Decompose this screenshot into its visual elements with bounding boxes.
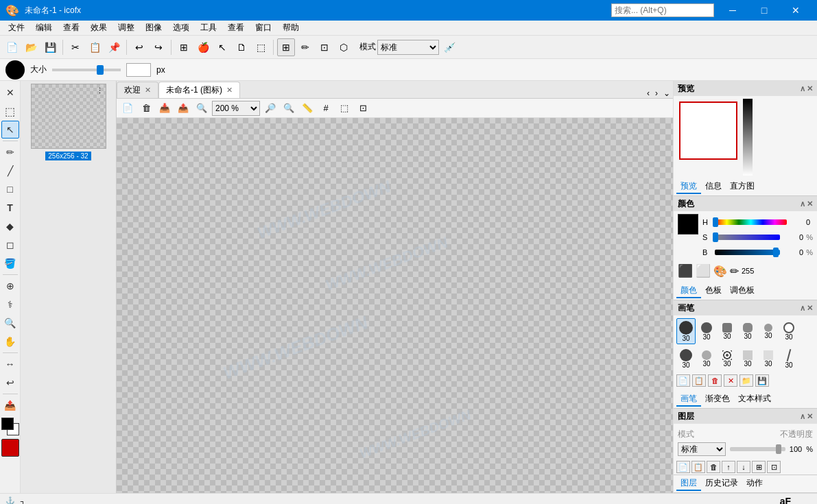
brush-clear-btn[interactable]: ✕: [724, 374, 737, 387]
color-tab-color[interactable]: 颜色: [676, 284, 701, 298]
shape-tool[interactable]: ◆: [1, 217, 19, 235]
brush-item-3[interactable]: 30: [738, 318, 757, 344]
paste-button[interactable]: 📌: [105, 38, 123, 56]
flip-tool[interactable]: ↔: [1, 355, 19, 373]
layer-down-btn[interactable]: ↓: [737, 461, 750, 473]
shapes-button[interactable]: ⬡: [335, 38, 353, 56]
preview-tab-info[interactable]: 信息: [701, 180, 726, 194]
brush-item-5[interactable]: 30: [779, 318, 798, 344]
b-slider[interactable]: [715, 250, 780, 255]
eyedropper-button[interactable]: 💉: [440, 38, 458, 56]
mode2-button[interactable]: ✏: [296, 38, 314, 56]
export-btn[interactable]: 📤: [175, 101, 191, 116]
s-slider[interactable]: [715, 235, 780, 240]
color-picker2-icon[interactable]: ⬜: [696, 263, 711, 278]
preview-close[interactable]: ✕: [807, 84, 813, 93]
menu-view2[interactable]: 查看: [222, 21, 250, 35]
preview-chevron[interactable]: ∧: [800, 84, 805, 93]
grid-btn2[interactable]: #: [318, 101, 334, 116]
color-close[interactable]: ✕: [807, 200, 813, 208]
new-layer-btn[interactable]: 📄: [119, 101, 136, 116]
text-tool[interactable]: T: [1, 199, 19, 217]
layer-tab-layers[interactable]: 图层: [676, 477, 701, 491]
select-button[interactable]: ⬚: [252, 38, 270, 56]
redo-button[interactable]: ↪: [150, 38, 167, 56]
tab-icon[interactable]: 未命名-1 (图标) ✕: [158, 82, 240, 98]
brush-chevron[interactable]: ∧: [800, 304, 805, 313]
brush-item-2[interactable]: 30: [718, 318, 737, 344]
undo-button[interactable]: ↩: [130, 38, 148, 56]
brush-item-7[interactable]: 30: [697, 346, 716, 372]
import-btn[interactable]: 📥: [156, 101, 173, 116]
menu-help[interactable]: 帮助: [277, 21, 305, 35]
color-chevron[interactable]: ∧: [800, 200, 805, 208]
brush-close[interactable]: ✕: [807, 304, 813, 313]
new-button[interactable]: 📄: [3, 38, 21, 56]
brush-tab-text[interactable]: 文本样式: [734, 392, 775, 407]
copy-button[interactable]: 📋: [86, 38, 104, 56]
layer-up-btn[interactable]: ↑: [722, 461, 735, 473]
tab-icon-close[interactable]: ✕: [226, 86, 233, 95]
brush-tab-brush[interactable]: 画笔: [676, 392, 701, 407]
zoom-tool[interactable]: 🔍: [1, 314, 19, 332]
search-input[interactable]: [611, 3, 714, 17]
color-picker-icon[interactable]: ⬛: [678, 263, 693, 278]
canvas-content[interactable]: WWW.WEBDOWN WWW.WEBDOWN WWW.WEBDOWN WWW.…: [117, 118, 673, 493]
close-panel-btn[interactable]: ✕: [1, 84, 19, 101]
tab-prev-btn[interactable]: ‹: [644, 88, 652, 98]
layer-close[interactable]: ✕: [807, 412, 813, 421]
preview-tab-histogram[interactable]: 直方图: [726, 180, 759, 194]
zoom-in-btn[interactable]: 🔎: [262, 101, 279, 116]
icon-thumb-menu[interactable]: ⋮: [96, 86, 104, 95]
maximize-button[interactable]: □: [748, 0, 780, 21]
color-picker4-icon[interactable]: ✏: [730, 265, 739, 278]
save-button[interactable]: 💾: [41, 38, 59, 56]
apple-button[interactable]: 🍎: [194, 38, 212, 56]
layer-tab-actions[interactable]: 动作: [742, 477, 767, 491]
background-color[interactable]: [1, 439, 19, 457]
cursor-button[interactable]: ↖: [213, 38, 231, 56]
mode-select[interactable]: 标准: [377, 40, 439, 55]
brush-folder-btn[interactable]: 📁: [739, 374, 753, 387]
open-button[interactable]: 📂: [22, 38, 40, 56]
opacity-slider[interactable]: [730, 447, 785, 451]
select-rect-tool[interactable]: ⬚: [1, 102, 19, 120]
color-tab-mixer[interactable]: 调色板: [726, 284, 759, 298]
zoom-out-btn[interactable]: 🔍: [193, 101, 210, 116]
h-slider[interactable]: [715, 219, 787, 225]
opacity-thumb[interactable]: [776, 444, 781, 454]
icon-thumbnail[interactable]: ⋮: [31, 84, 106, 149]
brush-item-6[interactable]: 30: [676, 346, 696, 372]
tab-welcome[interactable]: 欢迎 ✕: [117, 82, 158, 98]
brush-copy-btn[interactable]: 📋: [692, 374, 706, 387]
mode3-button[interactable]: ⊡: [316, 38, 333, 56]
cut-button[interactable]: ✂: [67, 38, 84, 56]
border-btn[interactable]: ⊡: [355, 101, 371, 116]
tab-welcome-close[interactable]: ✕: [145, 86, 151, 95]
foreground-color[interactable]: [1, 418, 14, 430]
tab-next-btn[interactable]: ›: [652, 88, 661, 98]
menu-effects[interactable]: 效果: [85, 21, 113, 35]
eyedropper-tool[interactable]: ⊕: [1, 277, 19, 295]
layer-copy-btn[interactable]: 📋: [691, 461, 705, 473]
brush-item-11[interactable]: 30: [779, 346, 798, 372]
brush-item-1[interactable]: 30: [697, 318, 716, 344]
brush-item-10[interactable]: 30: [759, 346, 778, 372]
undo-tool[interactable]: ↩: [1, 374, 19, 392]
size-slider[interactable]: [52, 69, 121, 71]
rulers-btn[interactable]: 📏: [299, 101, 316, 116]
pencil-tool[interactable]: ✏: [1, 143, 19, 161]
zoom-select[interactable]: 200 % 100 % 150 %: [212, 101, 260, 116]
grid-button[interactable]: ⊞: [175, 38, 193, 56]
stamp-tool[interactable]: ⚕: [1, 296, 19, 313]
menu-window[interactable]: 窗口: [250, 21, 277, 35]
menu-view1[interactable]: 查看: [58, 21, 85, 35]
preview-tab-preview[interactable]: 预览: [676, 180, 701, 194]
tab-menu-btn[interactable]: ⌄: [661, 88, 673, 98]
brush-item-8[interactable]: 30: [718, 346, 737, 372]
menu-file[interactable]: 文件: [3, 21, 30, 35]
menu-image[interactable]: 图像: [140, 21, 167, 35]
export-tool[interactable]: 📤: [1, 396, 19, 414]
brush-save-btn[interactable]: 💾: [755, 374, 769, 387]
menu-adjust[interactable]: 调整: [113, 21, 140, 35]
